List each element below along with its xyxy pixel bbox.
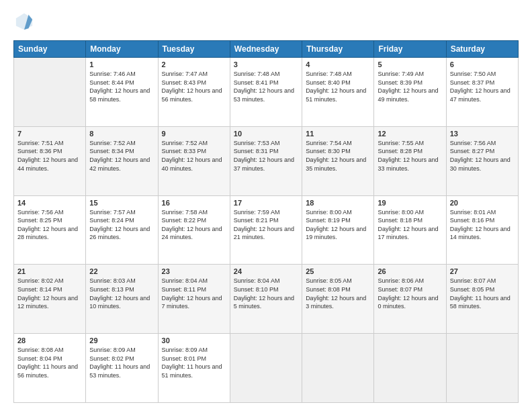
day-number: 26: [378, 267, 442, 275]
calendar-cell: 12Sunrise: 7:55 AMSunset: 8:28 PMDayligh…: [374, 126, 446, 195]
calendar-table: SundayMondayTuesdayWednesdayThursdayFrid…: [13, 40, 519, 403]
day-number: 20: [450, 199, 515, 207]
day-number: 9: [162, 130, 226, 138]
day-info: Sunrise: 8:08 AMSunset: 8:04 PMDaylight:…: [17, 346, 82, 379]
calendar-cell: 5Sunrise: 7:49 AMSunset: 8:39 PMDaylight…: [374, 58, 446, 127]
calendar-cell: 22Sunrise: 8:03 AMSunset: 8:13 PMDayligh…: [86, 265, 158, 334]
calendar-cell: 26Sunrise: 8:06 AMSunset: 8:07 PMDayligh…: [374, 265, 446, 334]
calendar-cell: 23Sunrise: 8:04 AMSunset: 8:11 PMDayligh…: [158, 265, 230, 334]
day-info: Sunrise: 8:04 AMSunset: 8:10 PMDaylight:…: [234, 277, 298, 310]
day-info: Sunrise: 7:52 AMSunset: 8:34 PMDaylight:…: [89, 139, 154, 173]
day-info: Sunrise: 7:51 AMSunset: 8:36 PMDaylight:…: [17, 139, 82, 173]
calendar-cell: 4Sunrise: 7:48 AMSunset: 8:40 PMDaylight…: [302, 58, 374, 127]
calendar-cell: 25Sunrise: 8:05 AMSunset: 8:08 PMDayligh…: [302, 265, 374, 334]
weekday-header-tuesday: Tuesday: [158, 41, 230, 58]
day-info: Sunrise: 7:47 AMSunset: 8:43 PMDaylight:…: [162, 70, 226, 103]
day-number: 17: [234, 199, 298, 207]
day-number: 25: [306, 267, 370, 275]
day-info: Sunrise: 7:48 AMSunset: 8:40 PMDaylight:…: [306, 70, 370, 103]
day-number: 1: [89, 60, 154, 68]
weekday-header-saturday: Saturday: [446, 41, 518, 58]
calendar-cell: [14, 58, 86, 127]
day-number: 6: [450, 60, 515, 68]
day-info: Sunrise: 8:09 AMSunset: 8:01 PMDaylight:…: [162, 346, 226, 379]
day-info: Sunrise: 7:48 AMSunset: 8:41 PMDaylight:…: [234, 70, 298, 103]
calendar-cell: 30Sunrise: 8:09 AMSunset: 8:01 PMDayligh…: [158, 334, 230, 403]
day-number: 19: [378, 199, 442, 207]
day-number: 8: [89, 130, 154, 138]
day-info: Sunrise: 7:55 AMSunset: 8:28 PMDaylight:…: [378, 139, 442, 173]
calendar-cell: 1Sunrise: 7:46 AMSunset: 8:44 PMDaylight…: [86, 58, 158, 127]
day-number: 12: [378, 130, 442, 138]
calendar-cell: 17Sunrise: 7:59 AMSunset: 8:21 PMDayligh…: [230, 195, 302, 265]
day-number: 14: [17, 199, 82, 207]
day-info: Sunrise: 7:52 AMSunset: 8:33 PMDaylight:…: [162, 139, 226, 173]
day-number: 29: [89, 336, 154, 345]
day-number: 28: [17, 336, 82, 345]
calendar-cell: 6Sunrise: 7:50 AMSunset: 8:37 PMDaylight…: [446, 58, 518, 127]
day-number: 13: [450, 130, 515, 138]
calendar-cell: 27Sunrise: 8:07 AMSunset: 8:05 PMDayligh…: [446, 265, 518, 334]
day-number: 23: [162, 267, 226, 275]
day-number: 3: [234, 60, 298, 68]
day-number: 7: [17, 130, 82, 138]
day-info: Sunrise: 7:59 AMSunset: 8:21 PMDaylight:…: [234, 208, 298, 242]
calendar-cell: 8Sunrise: 7:52 AMSunset: 8:34 PMDaylight…: [86, 126, 158, 195]
day-info: Sunrise: 8:07 AMSunset: 8:05 PMDaylight:…: [450, 277, 515, 310]
calendar-cell: 18Sunrise: 8:00 AMSunset: 8:19 PMDayligh…: [302, 195, 374, 265]
calendar-cell: 16Sunrise: 7:58 AMSunset: 8:22 PMDayligh…: [158, 195, 230, 265]
calendar-cell: 20Sunrise: 8:01 AMSunset: 8:16 PMDayligh…: [446, 195, 518, 265]
calendar-cell: 21Sunrise: 8:02 AMSunset: 8:14 PMDayligh…: [14, 265, 86, 334]
day-info: Sunrise: 8:04 AMSunset: 8:11 PMDaylight:…: [162, 277, 226, 310]
calendar-cell: 19Sunrise: 8:00 AMSunset: 8:18 PMDayligh…: [374, 195, 446, 265]
day-info: Sunrise: 8:00 AMSunset: 8:19 PMDaylight:…: [306, 208, 370, 242]
day-info: Sunrise: 7:49 AMSunset: 8:39 PMDaylight:…: [378, 70, 442, 103]
calendar-cell: 24Sunrise: 8:04 AMSunset: 8:10 PMDayligh…: [230, 265, 302, 334]
calendar-cell: 7Sunrise: 7:51 AMSunset: 8:36 PMDaylight…: [14, 126, 86, 195]
calendar-cell: 2Sunrise: 7:47 AMSunset: 8:43 PMDaylight…: [158, 58, 230, 127]
day-info: Sunrise: 8:00 AMSunset: 8:18 PMDaylight:…: [378, 208, 442, 242]
calendar-cell: 13Sunrise: 7:56 AMSunset: 8:27 PMDayligh…: [446, 126, 518, 195]
day-number: 27: [450, 267, 515, 275]
day-number: 24: [234, 267, 298, 275]
calendar-cell: [446, 334, 518, 403]
calendar-cell: 15Sunrise: 7:57 AMSunset: 8:24 PMDayligh…: [86, 195, 158, 265]
day-info: Sunrise: 7:58 AMSunset: 8:22 PMDaylight:…: [162, 208, 226, 242]
day-number: 11: [306, 130, 370, 138]
calendar-cell: 29Sunrise: 8:09 AMSunset: 8:02 PMDayligh…: [86, 334, 158, 403]
calendar-cell: 3Sunrise: 7:48 AMSunset: 8:41 PMDaylight…: [230, 58, 302, 127]
day-info: Sunrise: 8:03 AMSunset: 8:13 PMDaylight:…: [89, 277, 154, 310]
day-number: 10: [234, 130, 298, 138]
day-info: Sunrise: 7:56 AMSunset: 8:25 PMDaylight:…: [17, 208, 82, 242]
weekday-header-friday: Friday: [374, 41, 446, 58]
calendar-cell: 10Sunrise: 7:53 AMSunset: 8:31 PMDayligh…: [230, 126, 302, 195]
day-info: Sunrise: 7:54 AMSunset: 8:30 PMDaylight:…: [306, 139, 370, 173]
weekday-header-wednesday: Wednesday: [230, 41, 302, 58]
day-number: 21: [17, 267, 82, 275]
day-number: 5: [378, 60, 442, 68]
day-number: 18: [306, 199, 370, 207]
day-number: 2: [162, 60, 226, 68]
day-number: 30: [162, 336, 226, 345]
calendar-cell: [230, 334, 302, 403]
weekday-header-thursday: Thursday: [302, 41, 374, 58]
calendar-cell: [374, 334, 446, 403]
day-number: 4: [306, 60, 370, 68]
day-info: Sunrise: 8:02 AMSunset: 8:14 PMDaylight:…: [17, 277, 82, 310]
weekday-header-monday: Monday: [86, 41, 158, 58]
weekday-header-sunday: Sunday: [14, 41, 86, 58]
day-info: Sunrise: 8:05 AMSunset: 8:08 PMDaylight:…: [306, 277, 370, 310]
day-info: Sunrise: 7:53 AMSunset: 8:31 PMDaylight:…: [234, 139, 298, 173]
day-info: Sunrise: 7:56 AMSunset: 8:27 PMDaylight:…: [450, 139, 515, 173]
day-number: 16: [162, 199, 226, 207]
header: [13, 12, 519, 34]
day-number: 22: [89, 267, 154, 275]
calendar-page: SundayMondayTuesdayWednesdayThursdayFrid…: [0, 0, 532, 411]
day-info: Sunrise: 8:01 AMSunset: 8:16 PMDaylight:…: [450, 208, 515, 242]
day-number: 15: [89, 199, 154, 207]
day-info: Sunrise: 7:57 AMSunset: 8:24 PMDaylight:…: [89, 208, 154, 242]
day-info: Sunrise: 8:06 AMSunset: 8:07 PMDaylight:…: [378, 277, 442, 310]
day-info: Sunrise: 7:46 AMSunset: 8:44 PMDaylight:…: [89, 70, 154, 103]
calendar-cell: 9Sunrise: 7:52 AMSunset: 8:33 PMDaylight…: [158, 126, 230, 195]
calendar-cell: 14Sunrise: 7:56 AMSunset: 8:25 PMDayligh…: [14, 195, 86, 265]
